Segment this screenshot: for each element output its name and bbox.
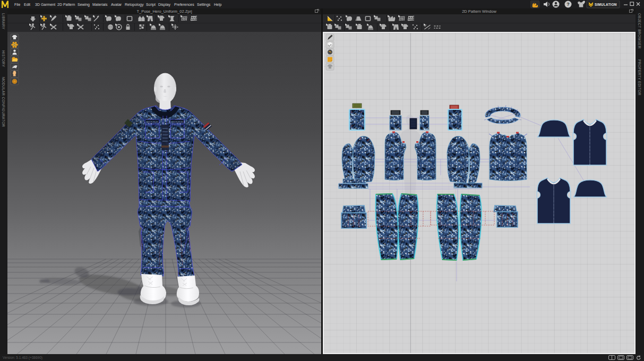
svg-text:AIR FORCE: AIR FORCE [147, 121, 158, 123]
svg-text:SIMULATION: SIMULATION [595, 3, 617, 6]
svg-text:AIR FORCE: AIR FORCE [171, 121, 183, 123]
svg-text:?: ? [566, 2, 570, 7]
